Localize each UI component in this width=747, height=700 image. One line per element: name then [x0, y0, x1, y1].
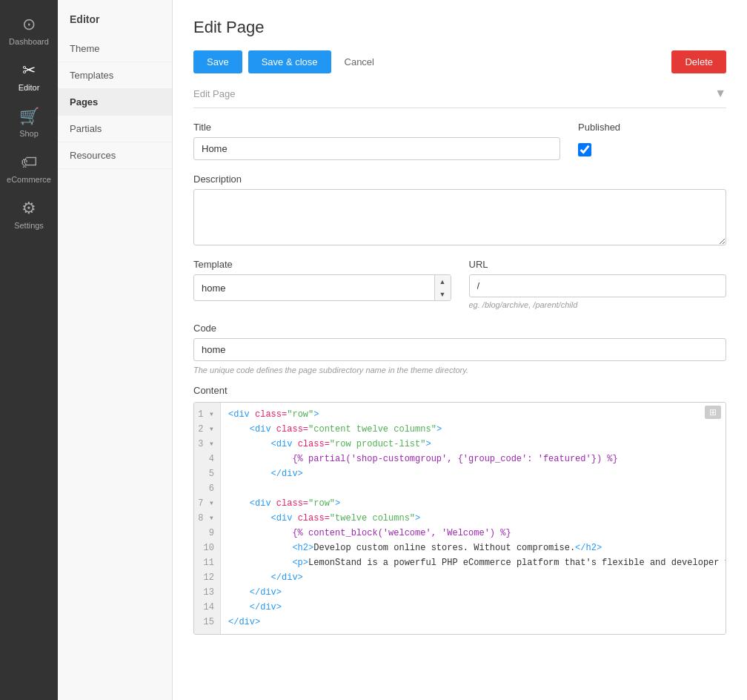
- line-numbers: 1 ▾ 2 ▾ 3 ▾ 4 5 6 7 ▾ 8 ▾ 9 10 11 12 13 …: [194, 403, 221, 634]
- line-num-15: 15: [194, 615, 220, 630]
- line-num-5: 5: [194, 466, 220, 481]
- sidebar-item-resources[interactable]: Resources: [58, 142, 172, 169]
- save-button[interactable]: Save: [193, 50, 242, 73]
- sidebar-item-dashboard-label: Dashboard: [9, 37, 49, 46]
- delete-button[interactable]: Delete: [671, 50, 726, 73]
- content-section: Content ⊞ 1 ▾ 2 ▾ 3 ▾ 4 5 6 7 ▾ 8 ▾ 9 10…: [193, 385, 726, 635]
- nav-sidebar: Editor Theme Templates Pages Partials Re…: [58, 0, 173, 700]
- template-group: Template ▲ ▼: [193, 259, 451, 309]
- toolbar: Save Save & close Cancel Delete: [193, 50, 726, 73]
- template-arrow-up[interactable]: ▲: [435, 275, 451, 288]
- url-input[interactable]: [469, 274, 727, 297]
- template-label: Template: [193, 259, 451, 270]
- content-label: Content: [193, 385, 726, 396]
- published-label: Published: [578, 122, 726, 133]
- dashboard-icon: ⊙: [22, 15, 36, 34]
- shop-icon: 🛒: [19, 107, 39, 126]
- sidebar-item-partials[interactable]: Partials: [58, 116, 172, 142]
- nav-sidebar-title: Editor: [58, 0, 172, 36]
- icon-sidebar: ⊙ Dashboard ✂ Editor 🛒 Shop 🏷 eCommerce …: [0, 0, 58, 700]
- editor-toolbar: ⊞: [705, 406, 721, 419]
- line-num-2: 2 ▾: [194, 422, 220, 437]
- title-label: Title: [193, 122, 560, 133]
- template-url-row: Template ▲ ▼ URL eg. /blog/archive, /par…: [193, 259, 726, 309]
- line-num-12: 12: [194, 570, 220, 585]
- title-group: Title: [193, 122, 560, 160]
- line-num-6: 6: [194, 481, 220, 496]
- line-num-8: 8 ▾: [194, 511, 220, 526]
- template-input[interactable]: [194, 277, 434, 299]
- template-arrow-down[interactable]: ▼: [435, 288, 451, 300]
- title-input[interactable]: [193, 137, 560, 160]
- sidebar-item-settings[interactable]: ⚙ Settings: [0, 191, 58, 237]
- template-arrows: ▲ ▼: [434, 275, 451, 300]
- template-select-wrapper: ▲ ▼: [193, 274, 451, 301]
- expand-button[interactable]: ⊞: [705, 406, 721, 419]
- description-group: Description: [193, 174, 726, 245]
- line-num-9: 9: [194, 526, 220, 541]
- sidebar-item-ecommerce[interactable]: 🏷 eCommerce: [0, 145, 58, 191]
- save-close-button[interactable]: Save & close: [248, 50, 331, 73]
- description-input[interactable]: [193, 189, 726, 245]
- line-num-3: 3 ▾: [194, 437, 220, 452]
- line-num-11: 11: [194, 555, 220, 570]
- editor-icon: ✂: [22, 61, 36, 80]
- line-num-10: 10: [194, 541, 220, 555]
- published-checkbox[interactable]: [578, 143, 591, 156]
- sidebar-item-settings-label: Settings: [14, 221, 44, 230]
- sidebar-item-templates[interactable]: Templates: [58, 62, 172, 89]
- code-content[interactable]: <div class="row"> <div class="content tw…: [221, 403, 726, 634]
- sidebar-item-shop[interactable]: 🛒 Shop: [0, 99, 58, 145]
- sidebar-item-theme[interactable]: Theme: [58, 36, 172, 62]
- sidebar-item-editor[interactable]: ✂ Editor: [0, 53, 58, 99]
- description-label: Description: [193, 174, 726, 185]
- sidebar-item-ecommerce-label: eCommerce: [7, 175, 51, 184]
- settings-icon: ⚙: [21, 199, 36, 218]
- sidebar-item-dashboard[interactable]: ⊙ Dashboard: [0, 7, 58, 53]
- code-group: Code The unique code defines the page su…: [193, 323, 726, 374]
- ecommerce-icon: 🏷: [21, 153, 37, 172]
- code-label: Code: [193, 323, 726, 334]
- code-hint: The unique code defines the page subdire…: [193, 366, 726, 374]
- code-editor[interactable]: ⊞ 1 ▾ 2 ▾ 3 ▾ 4 5 6 7 ▾ 8 ▾ 9 10 11 12 1…: [193, 402, 726, 635]
- title-published-row: Title Published: [193, 122, 726, 160]
- sidebar-item-pages[interactable]: Pages: [58, 89, 172, 116]
- url-hint: eg. /blog/archive, /parent/child: [469, 300, 727, 309]
- section-header: Edit Page ▼: [193, 87, 726, 108]
- line-num-4: 4: [194, 452, 220, 466]
- page-title: Edit Page: [193, 18, 726, 37]
- code-input[interactable]: [193, 338, 726, 361]
- sidebar-item-editor-label: Editor: [19, 83, 40, 92]
- line-num-1: 1 ▾: [194, 407, 220, 422]
- url-group: URL eg. /blog/archive, /parent/child: [469, 259, 727, 309]
- sidebar-item-shop-label: Shop: [19, 129, 39, 138]
- cancel-button[interactable]: Cancel: [337, 50, 382, 73]
- line-num-7: 7 ▾: [194, 496, 220, 511]
- chevron-down-icon: ▼: [714, 87, 726, 100]
- line-num-14: 14: [194, 600, 220, 615]
- section-header-title: Edit Page: [193, 88, 235, 99]
- main-content: Edit Page Save Save & close Cancel Delet…: [173, 0, 747, 700]
- code-lines: 1 ▾ 2 ▾ 3 ▾ 4 5 6 7 ▾ 8 ▾ 9 10 11 12 13 …: [194, 403, 726, 634]
- published-group: Published: [578, 122, 726, 160]
- url-label: URL: [469, 259, 727, 270]
- line-num-13: 13: [194, 585, 220, 600]
